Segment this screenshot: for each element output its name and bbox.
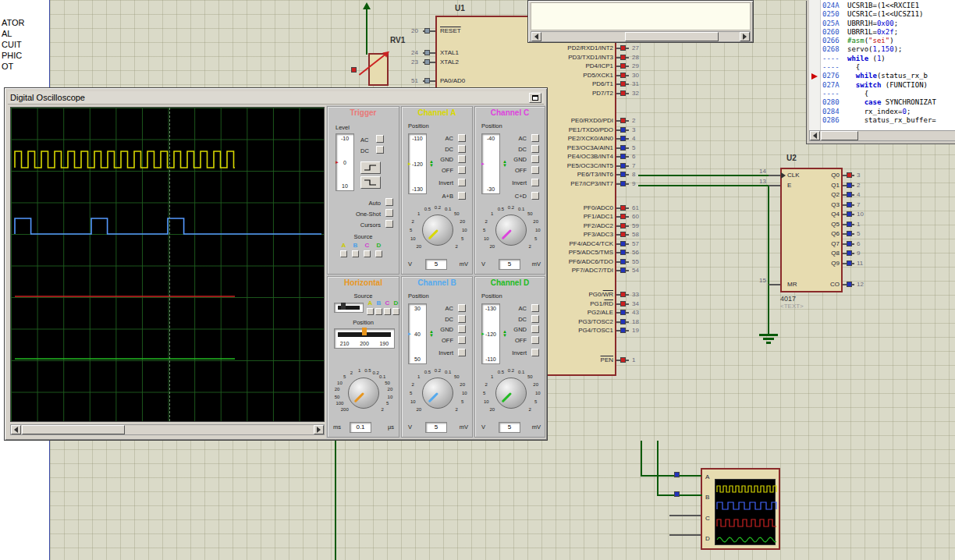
pin-number: 56 <box>632 249 639 256</box>
channel-c-gnd-button[interactable] <box>531 155 539 163</box>
knob-scale-label: 200 <box>341 407 349 412</box>
pin-state-indicator <box>424 28 430 34</box>
u1-reference: U1 <box>455 4 465 12</box>
scroll-left-button[interactable] <box>810 131 820 140</box>
trigger-cursors-button[interactable] <box>385 220 393 228</box>
rising-edge-button[interactable] <box>360 161 381 174</box>
channel-c-dc-button[interactable] <box>531 145 539 153</box>
trigger-ac-button[interactable] <box>376 135 384 143</box>
channel-c-off-button[interactable] <box>531 166 539 174</box>
channel-d-off-button[interactable] <box>531 336 539 344</box>
falling-edge-button[interactable] <box>360 176 381 189</box>
code-address: 0284 <box>822 108 847 116</box>
channel-b-off-button[interactable] <box>458 336 466 344</box>
channel-a-dc-button[interactable] <box>458 145 466 153</box>
popup-h-scrollbar[interactable] <box>531 31 751 42</box>
scope-h-scrollbar[interactable] <box>10 424 325 435</box>
wire[interactable] <box>638 185 769 186</box>
source-option: D <box>392 300 399 315</box>
pin-state-indicator <box>620 223 626 229</box>
horizontal-source-slider[interactable] <box>334 303 364 313</box>
window-restore-button[interactable] <box>529 93 541 103</box>
wire[interactable] <box>641 475 701 477</box>
channel-c-sum-button[interactable] <box>531 192 539 200</box>
code-text: ( <box>868 55 877 62</box>
channel-a-gnd-button[interactable] <box>458 155 466 163</box>
pin-state-indicator <box>620 118 626 123</box>
channel-a-sum-button[interactable] <box>458 192 466 200</box>
trigger-auto-button[interactable] <box>385 198 393 206</box>
channel-b-invert-button[interactable] <box>458 349 466 356</box>
horizontal-position-slider[interactable]: 210200190 <box>334 328 395 349</box>
knob-scale-label: 50 <box>385 381 390 385</box>
channel-d-gain-knob[interactable]: 20105210.50.20.150201052 <box>481 367 541 419</box>
pin-number: 8 <box>632 171 635 178</box>
trigger-dc-button[interactable] <box>376 146 384 154</box>
knob-scale-label: 2 <box>412 219 414 224</box>
pin-state-indicator <box>620 63 626 69</box>
code-text: { <box>847 63 860 71</box>
waveform-trace <box>717 537 776 542</box>
channel-b-ac-button[interactable] <box>458 304 466 312</box>
scroll-right-button[interactable] <box>314 425 324 434</box>
trigger-oneshot-button[interactable] <box>385 209 393 217</box>
source-d-button[interactable] <box>375 250 382 257</box>
scroll-left-button[interactable] <box>531 32 541 41</box>
knob-scale-label: 0.2 <box>435 368 441 373</box>
scrollbar-thumb[interactable] <box>821 131 858 140</box>
channel-b-gain-knob[interactable]: 20105210.50.20.150201052 <box>407 367 468 419</box>
source-b-button[interactable] <box>352 250 359 257</box>
wire[interactable] <box>641 441 642 477</box>
knob-scale-label: 50 <box>454 374 460 379</box>
channel-b-dc-button[interactable] <box>458 315 466 323</box>
wire[interactable] <box>335 441 336 560</box>
code-h-scrollbar[interactable] <box>809 130 955 141</box>
knob-scale-label: 2 <box>382 407 384 412</box>
wire[interactable] <box>768 186 769 334</box>
channel-c-gain-knob[interactable]: 20105210.50.20.150201052 <box>481 204 541 256</box>
source-b-label: B <box>377 300 382 307</box>
source-a-button[interactable] <box>340 250 347 257</box>
source-d-button[interactable] <box>392 308 399 315</box>
pin-state-indicator <box>847 172 852 178</box>
channel-b-gnd-button[interactable] <box>458 325 466 333</box>
channel-c-invert-button[interactable] <box>531 179 539 186</box>
code-listing[interactable]: 024AUCSR1B=(1<<RXCIE10250UCSR1C=(1<<UCSZ… <box>822 2 955 129</box>
knob-scale-label: 5 <box>410 228 412 232</box>
channel-a-invert-button[interactable] <box>458 179 466 186</box>
slider-thumb[interactable] <box>362 328 367 335</box>
oscilloscope-component[interactable]: ABCD <box>701 468 780 550</box>
wire[interactable] <box>657 441 659 496</box>
trigger-level-slider[interactable]: -10010 ► <box>335 133 354 191</box>
source-a-button[interactable] <box>367 308 374 315</box>
channel-d-invert-button[interactable] <box>531 349 539 356</box>
horizontal-scale-knob[interactable]: 2001005020105210.50.20.150201052 <box>333 367 394 419</box>
source-c-button[interactable] <box>384 308 391 315</box>
scroll-right-button[interactable] <box>740 32 750 41</box>
source-c-button[interactable] <box>364 250 371 257</box>
pin-state-indicator <box>847 192 852 197</box>
channel-d-ac-button[interactable] <box>531 304 539 312</box>
channel-a-gain-knob[interactable]: 20105210.50.20.150201052 <box>407 204 468 256</box>
pin-state-indicator <box>620 250 626 255</box>
pin-state-indicator <box>620 241 626 246</box>
wire[interactable] <box>366 9 367 55</box>
channel-c-ac-button[interactable] <box>531 134 539 142</box>
knob-scale-label: 20 <box>489 407 495 412</box>
time-cursor[interactable] <box>169 108 170 421</box>
source-b-button[interactable] <box>375 308 382 315</box>
knob-scale-label: 2 <box>485 382 488 387</box>
channel-a-ac-button[interactable] <box>458 134 466 142</box>
channel-d-gnd-button[interactable] <box>531 325 539 333</box>
scrollbar-thumb[interactable] <box>625 32 719 41</box>
channel-a-off-button[interactable] <box>458 166 466 174</box>
pin-number: 27 <box>632 44 639 51</box>
channel-d-dc-button[interactable] <box>531 315 539 323</box>
wire[interactable] <box>638 175 780 176</box>
scrollbar-thumb[interactable] <box>22 425 125 434</box>
slider-thumb[interactable] <box>341 303 346 310</box>
oscilloscope-titlebar[interactable]: Digital Oscilloscope <box>8 91 544 105</box>
wire[interactable] <box>657 494 702 496</box>
scroll-left-button[interactable] <box>11 425 21 434</box>
pin-label: Q7 <box>811 240 840 247</box>
